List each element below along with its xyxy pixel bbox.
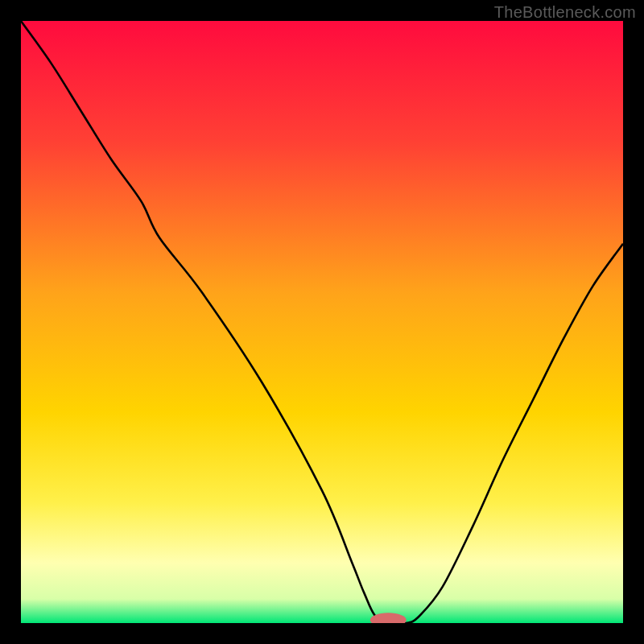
chart-background-gradient [21, 21, 623, 623]
chart-plot-area [21, 21, 623, 623]
chart-frame: TheBottleneck.com [0, 0, 644, 644]
watermark-label: TheBottleneck.com [494, 3, 636, 22]
chart-svg [21, 21, 623, 623]
